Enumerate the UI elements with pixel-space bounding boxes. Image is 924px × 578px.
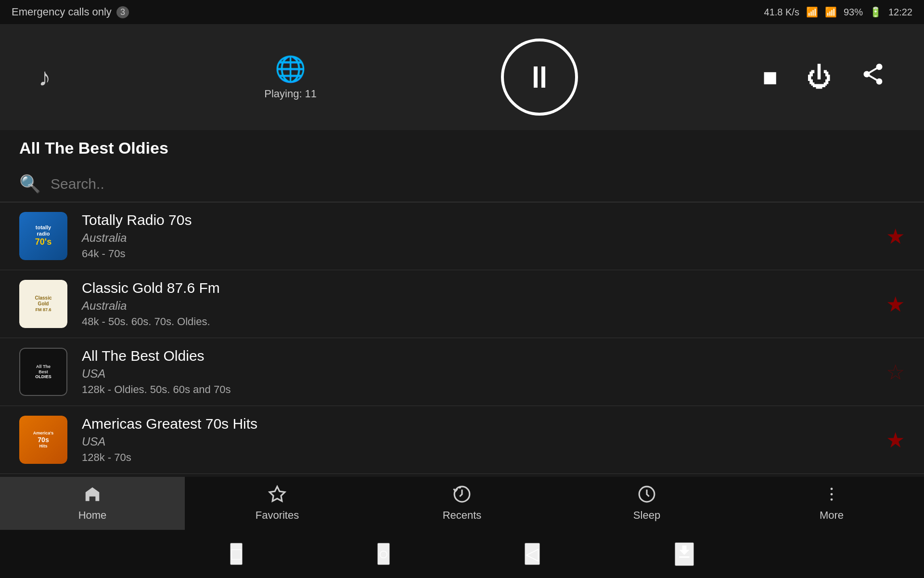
nav-item-home[interactable]: Home xyxy=(0,477,185,530)
station-country: Australia xyxy=(82,231,872,245)
share-icon xyxy=(860,62,886,87)
nav-item-sleep[interactable]: Sleep xyxy=(554,477,739,530)
status-left: Emergency calls only 3 xyxy=(12,6,129,18)
station-logo: America's70sHits xyxy=(19,416,67,464)
svg-marker-0 xyxy=(270,486,285,501)
station-name: Totally Radio 70s xyxy=(82,212,872,228)
station-info: Americas Greatest 70s Hits USA 128k - 70… xyxy=(82,416,872,464)
station-meta: 128k - Oldies. 50s. 60s and 70s xyxy=(82,383,872,396)
nav-label-more: More xyxy=(820,509,844,522)
station-logo: ClassicGoldFM 87.6 xyxy=(19,280,67,328)
download-icon xyxy=(676,543,693,561)
station-logo: totallyradio70's xyxy=(19,212,67,260)
power-button[interactable]: ⏻ xyxy=(807,63,832,92)
station-info: Totally Radio 70s Australia 64k - 70s xyxy=(82,212,872,260)
nav-item-recents[interactable]: Recents xyxy=(370,477,554,530)
playing-label: Playing: 11 xyxy=(264,88,317,100)
nav-label-favorites: Favorites xyxy=(256,509,299,522)
recents-sys-button[interactable]: □ xyxy=(230,543,243,565)
center-controls: ⏸ xyxy=(501,39,578,116)
favorite-button[interactable]: ★ xyxy=(886,292,905,316)
wifi-icon: 📶 xyxy=(825,6,837,18)
pause-button[interactable]: ⏸ xyxy=(501,39,578,116)
system-nav: □ ○ ◁ xyxy=(0,530,924,578)
download-sys-button[interactable] xyxy=(675,542,694,566)
station-item[interactable]: All TheBestOLDIES All The Best Oldies US… xyxy=(0,338,924,406)
station-title-bar: All The Best Oldies xyxy=(0,130,924,166)
station-meta: 128k - 70s xyxy=(82,451,872,464)
player-header: ♪ 🌐 Playing: 11 ⏸ ■ ⏻ xyxy=(0,24,924,130)
bluetooth-icon: 📶 xyxy=(806,6,818,18)
svg-point-3 xyxy=(831,488,833,490)
station-item[interactable]: ClassicGoldFM 87.6 Classic Gold 87.6 Fm … xyxy=(0,270,924,338)
nav-icon-sleep xyxy=(638,485,656,505)
station-item[interactable]: totallyradio70's Totally Radio 70s Austr… xyxy=(0,202,924,270)
clock: 12:22 xyxy=(888,7,912,18)
notification-badge: 3 xyxy=(116,6,129,18)
nav-icon-more xyxy=(822,485,841,505)
right-controls: ■ ⏻ xyxy=(763,62,886,92)
search-icon: 🔍 xyxy=(19,174,41,194)
home-sys-button[interactable]: ○ xyxy=(377,543,390,565)
station-country: USA xyxy=(82,435,872,448)
nav-label-recents: Recents xyxy=(443,509,482,522)
share-button[interactable] xyxy=(860,62,886,92)
stop-button[interactable]: ■ xyxy=(763,63,778,92)
station-country: Australia xyxy=(82,299,872,313)
favorite-button[interactable]: ☆ xyxy=(886,360,905,384)
station-logo: All TheBestOLDIES xyxy=(19,348,67,396)
music-icon: ♪ xyxy=(38,63,51,92)
search-input[interactable] xyxy=(51,176,905,192)
station-list: totallyradio70's Totally Radio 70s Austr… xyxy=(0,202,924,474)
left-controls: ♪ xyxy=(38,63,51,92)
station-item[interactable]: America's70sHits Americas Greatest 70s H… xyxy=(0,406,924,474)
svg-point-4 xyxy=(831,493,833,496)
nav-icon-home xyxy=(83,485,102,505)
station-country: USA xyxy=(82,367,872,381)
favorite-button[interactable]: ★ xyxy=(886,224,905,249)
globe-icon[interactable]: 🌐 xyxy=(275,54,306,84)
favorite-button[interactable]: ★ xyxy=(886,428,905,452)
battery-icon: 🔋 xyxy=(870,6,882,18)
nav-item-more[interactable]: More xyxy=(739,477,924,530)
station-name: Americas Greatest 70s Hits xyxy=(82,416,872,432)
nav-icon-favorites xyxy=(268,485,286,505)
station-meta: 48k - 50s. 60s. 70s. Oldies. xyxy=(82,315,872,328)
network-speed: 41.8 K/s xyxy=(764,7,799,18)
emergency-text: Emergency calls only xyxy=(12,6,112,18)
svg-point-5 xyxy=(831,499,833,501)
nav-label-home: Home xyxy=(78,509,107,522)
status-right: 41.8 K/s 📶 📶 93% 🔋 12:22 xyxy=(764,6,912,18)
battery-percent: 93% xyxy=(844,7,863,18)
station-info: All The Best Oldies USA 128k - Oldies. 5… xyxy=(82,348,872,396)
nav-label-sleep: Sleep xyxy=(633,509,660,522)
search-bar: 🔍 xyxy=(0,166,924,202)
current-station-title: All The Best Oldies xyxy=(19,139,168,157)
nav-item-favorites[interactable]: Favorites xyxy=(185,477,370,530)
station-name: Classic Gold 87.6 Fm xyxy=(82,280,872,296)
pause-icon: ⏸ xyxy=(524,59,555,95)
station-info: Classic Gold 87.6 Fm Australia 48k - 50s… xyxy=(82,280,872,328)
station-name: All The Best Oldies xyxy=(82,348,872,364)
station-meta: 64k - 70s xyxy=(82,248,872,260)
bottom-nav: Home Favorites Recents Sleep More xyxy=(0,477,924,530)
status-bar: Emergency calls only 3 41.8 K/s 📶 📶 93% … xyxy=(0,0,924,24)
back-sys-button[interactable]: ◁ xyxy=(525,543,540,565)
nav-icon-recents xyxy=(453,485,471,505)
